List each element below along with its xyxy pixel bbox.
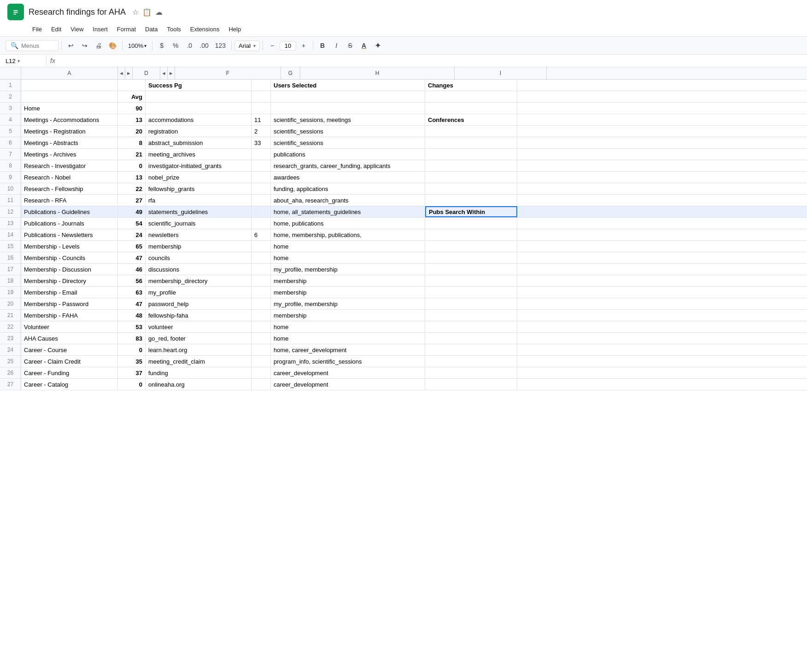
table-cell[interactable]: accommodations xyxy=(146,114,251,125)
table-cell[interactable] xyxy=(425,103,517,114)
table-row[interactable]: 16Membership - Councils47councilshome xyxy=(0,252,807,264)
table-cell[interactable]: home, career_development xyxy=(271,344,425,355)
menu-edit[interactable]: Edit xyxy=(47,24,66,35)
table-cell[interactable]: scientific_sessions, meetings xyxy=(271,114,425,125)
currency-button[interactable]: $ xyxy=(155,40,168,51)
table-row[interactable]: 2Avg xyxy=(0,91,807,103)
table-cell[interactable]: meeting_archives xyxy=(146,149,251,160)
table-cell[interactable]: 35 xyxy=(118,356,146,367)
table-cell[interactable]: 49 xyxy=(118,206,146,217)
table-cell[interactable]: onlineaha.org xyxy=(146,379,251,390)
col-header-i[interactable]: I xyxy=(455,67,547,79)
zoom-selector[interactable]: 100% ▾ xyxy=(125,41,149,51)
table-cell[interactable]: Membership - Email xyxy=(21,287,118,298)
table-cell[interactable] xyxy=(251,333,271,344)
table-row[interactable]: 19Membership - Email63my_profilemembersh… xyxy=(0,287,807,298)
table-row[interactable]: 13Publications - Journals54scientific_jo… xyxy=(0,218,807,229)
highlight-color-button[interactable]: ✦ xyxy=(371,39,384,52)
percent-button[interactable]: % xyxy=(169,40,182,51)
table-row[interactable]: 17Membership - Discussion46discussionsmy… xyxy=(0,264,807,275)
table-cell[interactable]: scientific_sessions xyxy=(271,126,425,137)
table-cell[interactable]: membership xyxy=(271,310,425,321)
table-cell[interactable]: home xyxy=(271,333,425,344)
table-cell[interactable]: publications xyxy=(271,149,425,160)
table-cell[interactable]: membership xyxy=(146,241,251,252)
table-cell[interactable]: research_grants, career_funding, applica… xyxy=(271,160,425,171)
table-cell[interactable]: 13 xyxy=(118,172,146,183)
table-cell[interactable] xyxy=(425,137,517,148)
table-cell[interactable] xyxy=(118,80,146,91)
table-cell[interactable] xyxy=(251,195,271,206)
table-cell[interactable]: Membership - Councils xyxy=(21,252,118,263)
table-cell[interactable] xyxy=(271,91,425,102)
font-family-selector[interactable]: Arial ▾ xyxy=(234,41,260,51)
table-cell[interactable]: Meetings - Archives xyxy=(21,149,118,160)
table-cell[interactable]: 47 xyxy=(118,298,146,309)
table-cell[interactable]: membership xyxy=(271,287,425,298)
table-cell[interactable]: home, publications xyxy=(271,218,425,229)
table-cell[interactable]: statements_guidelines xyxy=(146,206,251,217)
table-cell[interactable]: Meetings - Accommodations xyxy=(21,114,118,125)
table-cell[interactable]: 8 xyxy=(118,137,146,148)
cloud-icon[interactable]: ☁ xyxy=(155,8,163,17)
table-cell[interactable] xyxy=(251,275,271,286)
table-cell[interactable]: fellowship_grants xyxy=(146,183,251,194)
table-cell[interactable]: Success Pg xyxy=(146,80,251,91)
decimal1-button[interactable]: .0 xyxy=(183,40,196,51)
table-cell[interactable]: my_profile, membership xyxy=(271,264,425,275)
table-cell[interactable] xyxy=(146,91,251,102)
font-color-button[interactable]: A xyxy=(357,40,370,51)
table-cell[interactable] xyxy=(425,333,517,344)
table-cell[interactable]: meeting_credit_claim xyxy=(146,356,251,367)
table-cell[interactable]: Membership - Password xyxy=(21,298,118,309)
redo-button[interactable]: ↪ xyxy=(78,40,91,51)
table-cell[interactable]: rfa xyxy=(146,195,251,206)
table-cell[interactable]: about_aha, research_grants xyxy=(271,195,425,206)
table-cell[interactable]: 0 xyxy=(118,379,146,390)
table-cell[interactable]: 21 xyxy=(118,149,146,160)
table-row[interactable]: 27Career - Catalog0onlineaha.orgcareer_d… xyxy=(0,379,807,390)
table-cell[interactable]: scientific_sessions xyxy=(271,137,425,148)
table-cell[interactable]: my_profile xyxy=(146,287,251,298)
table-cell[interactable]: Pubs Search Within xyxy=(425,206,517,217)
font-size-increase-button[interactable]: + xyxy=(297,40,310,51)
col-nav-right-2[interactable]: ► xyxy=(168,67,175,79)
table-cell[interactable]: membership_directory xyxy=(146,275,251,286)
number-format-button[interactable]: 123 xyxy=(212,40,228,51)
table-cell[interactable] xyxy=(425,91,517,102)
table-cell[interactable] xyxy=(251,356,271,367)
table-cell[interactable] xyxy=(251,149,271,160)
table-cell[interactable]: membership xyxy=(271,275,425,286)
table-cell[interactable]: fellowship-faha xyxy=(146,310,251,321)
table-cell[interactable] xyxy=(21,80,118,91)
table-cell[interactable]: Membership - Levels xyxy=(21,241,118,252)
table-cell[interactable]: Meetings - Registration xyxy=(21,126,118,137)
table-cell[interactable] xyxy=(425,183,517,194)
table-row[interactable]: 12Publications - Guidelines49statements_… xyxy=(0,206,807,218)
table-cell[interactable]: home, membership, publications, xyxy=(271,229,425,240)
table-cell[interactable] xyxy=(425,241,517,252)
search-box[interactable]: 🔍 xyxy=(6,40,58,51)
menu-help[interactable]: Help xyxy=(224,24,246,35)
table-cell[interactable]: 6 xyxy=(251,229,271,240)
col-header-f[interactable]: F xyxy=(175,67,281,79)
col-nav-right-1[interactable]: ► xyxy=(125,67,133,79)
table-cell[interactable] xyxy=(251,379,271,390)
table-row[interactable]: 18Membership - Directory56membership_dir… xyxy=(0,275,807,287)
bookmark-icon[interactable]: 📋 xyxy=(142,8,152,17)
table-cell[interactable]: newsletters xyxy=(146,229,251,240)
table-cell[interactable]: awardees xyxy=(271,172,425,183)
table-cell[interactable]: career_development xyxy=(271,367,425,378)
table-cell[interactable]: discussions xyxy=(146,264,251,275)
table-cell[interactable]: home xyxy=(271,252,425,263)
table-cell[interactable] xyxy=(425,252,517,263)
table-row[interactable]: 1Success PgUsers SelectedChanges xyxy=(0,80,807,91)
star-icon[interactable]: ☆ xyxy=(132,8,139,17)
table-cell[interactable] xyxy=(425,264,517,275)
table-cell[interactable]: scientific_journals xyxy=(146,218,251,229)
table-cell[interactable]: 11 xyxy=(251,114,271,125)
table-cell[interactable]: Research - Investigator xyxy=(21,160,118,171)
undo-button[interactable]: ↩ xyxy=(64,40,77,51)
table-row[interactable]: 11Research - RFA27rfaabout_aha, research… xyxy=(0,195,807,206)
table-cell[interactable] xyxy=(251,367,271,378)
